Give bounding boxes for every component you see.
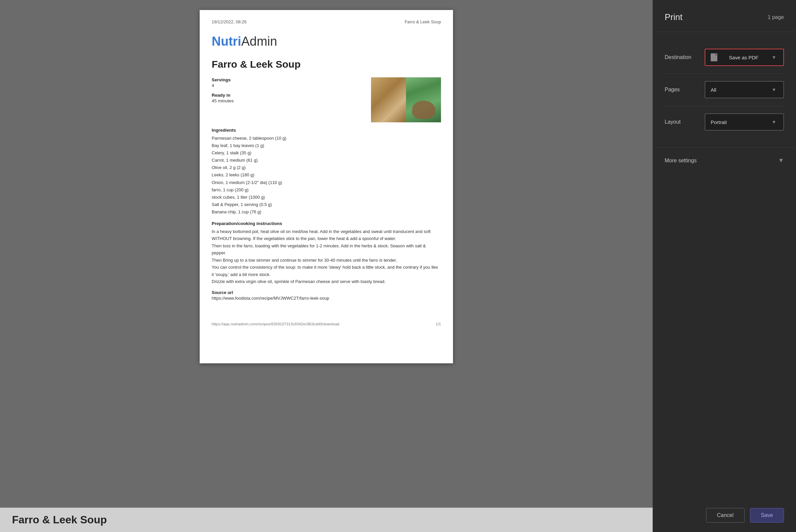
pages-dropdown[interactable]: All ▼: [705, 81, 784, 98]
recipe-meta: Servings 4 Ready in 45 minutes: [212, 77, 441, 122]
ingredient-item: Onion, 1 medium (2-1/2" dia) (110 g): [212, 179, 441, 186]
pdf-icon: [711, 53, 717, 61]
page-date: 19/12/2022, 08:26: [212, 19, 247, 24]
bottom-page-title: Farro & Leek Soup: [0, 508, 653, 532]
destination-label: Destination: [665, 54, 705, 60]
instructions-text: In a heavy bottomed pot, heat olive oil …: [212, 228, 441, 285]
destination-value: Save as PDF: [729, 55, 758, 60]
servings-label: Servings: [212, 77, 364, 82]
print-title: Print: [665, 12, 682, 22]
more-settings-row[interactable]: More settings ▼: [653, 148, 796, 173]
more-settings-chevron-icon: ▼: [778, 157, 784, 164]
layout-value: Portrait: [711, 119, 727, 125]
destination-row: Destination Save as PDF ▼: [665, 41, 784, 74]
save-button[interactable]: Save: [750, 508, 784, 522]
ingredients-label: Ingredients: [212, 128, 441, 133]
print-header: Print 1 page: [653, 0, 796, 32]
ingredient-item: stock cubes, 1 liter (1000 g): [212, 194, 441, 201]
print-actions: Cancel Save: [653, 499, 796, 532]
ingredient-item: Banana chip, 1 cup (76 g): [212, 208, 441, 216]
servings-value: 4: [212, 83, 364, 88]
ingredient-item: farro, 1 cup (200 g): [212, 186, 441, 194]
brand-admin: Admin: [241, 34, 277, 48]
ingredient-item: Celery, 1 stalk (35 g): [212, 149, 441, 157]
recipe-image-right: [406, 77, 441, 122]
ready-in-value: 45 minutes: [212, 98, 364, 103]
ingredient-item: Leeks, 2 leeks (180 g): [212, 171, 441, 179]
print-panel: Print 1 page Destination Save as PDF ▼ P…: [653, 0, 796, 532]
ingredient-item: Olive oil, 2 g (2 g): [212, 164, 441, 171]
source-url-label: Source url: [212, 290, 441, 295]
ingredient-item: Parmesan cheese, 2 tablespoon (10 g): [212, 135, 441, 142]
print-pages: 1 page: [767, 14, 784, 20]
preparation-label: Preparation/cooking instructions: [212, 221, 441, 226]
print-page: 19/12/2022, 08:26 Farro & Leek Soup Nutr…: [200, 10, 453, 363]
ingredient-item: Salt & Pepper, 1 serving (0.5 g): [212, 201, 441, 208]
ingredient-item: Bay leaf, 1 bay leaves (1 g): [212, 142, 441, 149]
layout-chevron-icon: ▼: [770, 118, 778, 126]
layout-row: Layout Portrait ▼: [665, 106, 784, 138]
recipe-title: Farro & Leek Soup: [212, 59, 441, 70]
print-settings: Destination Save as PDF ▼ Pages All ▼ La…: [653, 32, 796, 148]
brand-logo: NutriAdmin: [212, 34, 441, 49]
recipe-image-left: [371, 77, 406, 122]
destination-chevron-icon: ▼: [770, 53, 778, 61]
pages-value: All: [711, 87, 716, 93]
destination-dropdown[interactable]: Save as PDF ▼: [705, 49, 784, 66]
page-header: 19/12/2022, 08:26 Farro & Leek Soup: [200, 10, 453, 28]
pages-row: Pages All ▼: [665, 74, 784, 106]
ingredient-item: Carrot, 1 medium (61 g): [212, 157, 441, 164]
more-settings-label: More settings: [665, 158, 697, 164]
footer-url: https://app.nutriadmin.com/recipes/63591…: [212, 322, 339, 326]
recipe-info: Servings 4 Ready in 45 minutes: [212, 77, 364, 108]
page-footer: https://app.nutriadmin.com/recipes/63591…: [200, 317, 453, 332]
cancel-button[interactable]: Cancel: [706, 508, 745, 522]
ready-in-label: Ready in: [212, 93, 364, 98]
layout-dropdown[interactable]: Portrait ▼: [705, 113, 784, 131]
layout-label: Layout: [665, 119, 705, 125]
source-url-value: https://www.foodista.com/recipe/MVJWWC2T…: [212, 296, 441, 301]
footer-page: 1/1: [436, 322, 441, 326]
pages-chevron-icon: ▼: [770, 86, 778, 94]
ingredients-list: Parmesan cheese, 2 tablespoon (10 g) Bay…: [212, 135, 441, 216]
page-header-title: Farro & Leek Soup: [405, 19, 441, 24]
brand-nutri: Nutri: [212, 34, 241, 48]
preview-area: 19/12/2022, 08:26 Farro & Leek Soup Nutr…: [0, 0, 653, 532]
pages-label: Pages: [665, 87, 705, 93]
page-content: NutriAdmin Farro & Leek Soup Servings 4 …: [200, 28, 453, 311]
recipe-image: [371, 77, 441, 122]
